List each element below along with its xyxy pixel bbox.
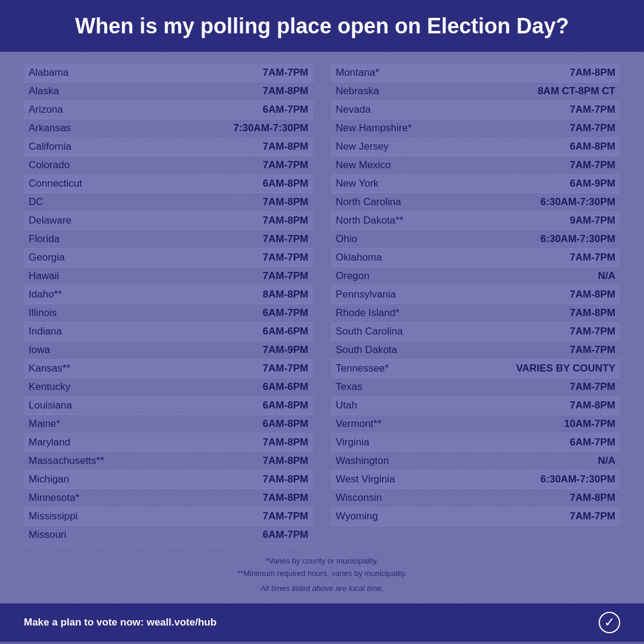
state-hours: N/A (598, 270, 615, 282)
footer-text: Make a plan to vote now: weall.vote/hub (24, 617, 216, 628)
table-row: California 7AM-8PM (24, 138, 313, 156)
table-row: Minnesota* 7AM-8PM (24, 489, 313, 507)
state-name: Utah (336, 400, 357, 411)
state-hours: 6AM-7PM (569, 436, 615, 448)
footer-link[interactable]: weall.vote/hub (147, 617, 216, 628)
state-hours: 7AM-7PM (569, 252, 615, 264)
state-hours: 7:30AM-7:30PM (233, 122, 308, 134)
state-hours: 6AM-8PM (262, 418, 308, 430)
state-name: Maine* (29, 418, 60, 430)
table-row: Pennsylvania 7AM-8PM (331, 286, 620, 304)
state-name: Oklahoma (336, 252, 382, 264)
state-hours: 6AM-6PM (262, 326, 308, 338)
state-hours: 6AM-7PM (262, 307, 308, 319)
table-row: New Mexico 7AM-7PM (331, 156, 620, 175)
table-row: West Virginia 6:30AM-7:30PM (331, 470, 620, 489)
state-hours: 7AM-7PM (262, 270, 308, 282)
state-hours: 6AM-8PM (569, 141, 615, 153)
state-hours: 7AM-8PM (569, 400, 615, 411)
table-row: Connecticut 6AM-8PM (24, 175, 313, 193)
table-row: Wyoming 7AM-7PM (331, 507, 620, 526)
state-name: Georgia (29, 252, 64, 264)
table-row: Massachusetts** 7AM-8PM (24, 452, 313, 470)
table-row: Illinois 6AM-7PM (24, 304, 313, 323)
table-row: Michigan 7AM-8PM (24, 470, 313, 489)
state-hours: 7AM-7PM (569, 159, 615, 171)
table-row: Washington N/A (331, 452, 620, 470)
state-hours: 6AM-8PM (262, 400, 308, 411)
table-row: Colorado 7AM-7PM (24, 156, 313, 175)
table-row: Delaware 7AM-8PM (24, 212, 313, 230)
state-name: Nebraska (336, 85, 379, 97)
state-name: Montana* (336, 67, 379, 79)
page-title: When is my polling place open on Electio… (24, 13, 620, 39)
table-row: Tennessee* VARIES BY COUNTY (331, 360, 620, 378)
state-hours: 7AM-9PM (262, 344, 308, 356)
state-hours: 7AM-8PM (262, 215, 308, 227)
state-name: Hawaii (29, 270, 59, 282)
state-name: Mississippi (29, 510, 78, 522)
table-row: Maine* 6AM-8PM (24, 415, 313, 434)
table-section: Alabama 7AM-7PM Alaska 7AM-8PM Arizona 6… (24, 64, 620, 544)
table-row: DC 7AM-8PM (24, 193, 313, 212)
state-hours: 7AM-8PM (569, 492, 615, 504)
state-name: Maryland (29, 436, 70, 448)
state-name: North Carolina (336, 196, 401, 208)
state-hours: 8AM CT-8PM CT (538, 85, 615, 97)
state-hours: 7AM-8PM (262, 492, 308, 504)
state-hours: 7AM-7PM (569, 326, 615, 338)
state-name: Virginia (336, 436, 369, 448)
state-hours: 7AM-8PM (569, 289, 615, 301)
table-row: Wisconsin 7AM-8PM (331, 489, 620, 507)
state-name: Connecticut (29, 178, 82, 190)
state-hours: 7AM-7PM (569, 122, 615, 134)
state-name: Idaho** (29, 289, 62, 301)
state-name: Vermont** (336, 418, 382, 430)
state-hours: 6:30AM-7:30PM (540, 473, 615, 485)
state-name: Tennessee* (336, 363, 389, 374)
state-name: South Dakota (336, 344, 397, 356)
footnotes: *Varies by county or municipality. **Min… (24, 550, 620, 597)
state-name: Wisconsin (336, 492, 382, 504)
table-row: Florida 7AM-7PM (24, 230, 313, 249)
state-hours: 7AM-8PM (262, 473, 308, 485)
table-row: New Hampshire* 7AM-7PM (331, 119, 620, 138)
footnote-2: **Minimum required hours; varies by muni… (36, 568, 608, 580)
state-hours: 7AM-8PM (262, 85, 308, 97)
state-hours: 6AM-6PM (262, 381, 308, 393)
table-row: Iowa 7AM-9PM (24, 341, 313, 360)
table-row: North Carolina 6:30AM-7:30PM (331, 193, 620, 212)
state-name: Minnesota* (29, 492, 79, 504)
state-name: Arkansas (29, 122, 71, 134)
table-row: Kentucky 6AM-6PM (24, 378, 313, 397)
state-hours: 6AM-7PM (262, 529, 308, 541)
state-name: Indiana (29, 326, 62, 338)
state-name: Arizona (29, 104, 63, 116)
table-row: Vermont** 10AM-7PM (331, 415, 620, 434)
state-hours: 6:30AM-7:30PM (540, 196, 615, 208)
table-row: Virginia 6AM-7PM (331, 434, 620, 452)
state-name: New Jersey (336, 141, 389, 153)
header: When is my polling place open on Electio… (0, 0, 644, 52)
check-icon: ✓ (599, 612, 620, 633)
state-hours: 7AM-7PM (262, 67, 308, 79)
state-hours: 8AM-8PM (262, 289, 308, 301)
left-column: Alabama 7AM-7PM Alaska 7AM-8PM Arizona 6… (24, 64, 313, 544)
state-hours: 7AM-7PM (569, 381, 615, 393)
state-name: Michigan (29, 473, 69, 485)
table-row: North Dakota** 9AM-7PM (331, 212, 620, 230)
table-row: New York 6AM-9PM (331, 175, 620, 193)
table-row: Utah 7AM-8PM (331, 397, 620, 415)
state-name: Colorado (29, 159, 70, 171)
table-row: Rhode Island* 7AM-8PM (331, 304, 620, 323)
state-name: Florida (29, 233, 60, 245)
state-hours: 6AM-8PM (262, 178, 308, 190)
state-name: Rhode Island* (336, 307, 400, 319)
table-row: Arkansas 7:30AM-7:30PM (24, 119, 313, 138)
state-hours: 7AM-7PM (262, 233, 308, 245)
state-name: Iowa (29, 344, 50, 356)
state-name: North Dakota** (336, 215, 403, 227)
state-name: Massachusetts** (29, 455, 104, 467)
table-row: Oklahoma 7AM-7PM (331, 249, 620, 267)
state-hours: 7AM-8PM (569, 67, 615, 79)
